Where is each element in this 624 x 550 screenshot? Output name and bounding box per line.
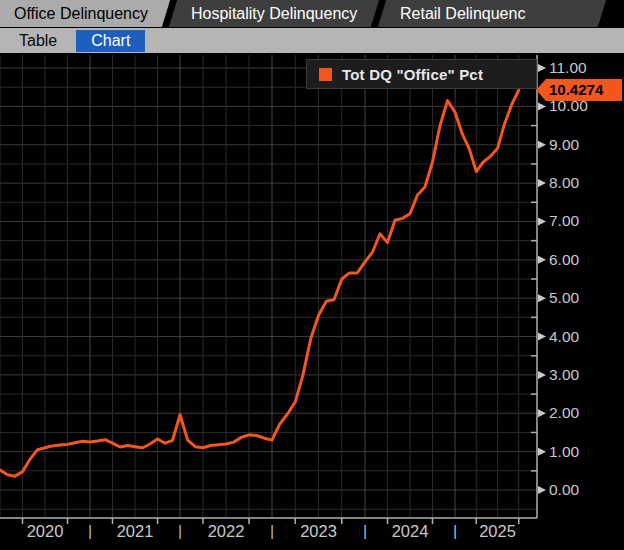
x-tick-label: 2022 bbox=[208, 522, 245, 540]
x-tick-label: 2020 bbox=[27, 522, 64, 540]
chart-view-button[interactable]: Chart bbox=[76, 30, 145, 52]
y-tick-label: 7.00 bbox=[549, 212, 580, 229]
tab-label: Office Delinquency bbox=[14, 0, 148, 27]
x-tick-label: 2024 bbox=[392, 522, 429, 540]
y-tick-arrow-icon bbox=[538, 179, 546, 187]
x-tick-label: 2025 bbox=[479, 522, 516, 540]
x-tick-separator: | bbox=[178, 523, 182, 539]
y-tick-label: 5.00 bbox=[549, 289, 580, 306]
tab-hospitality-delinquency[interactable]: Hospitality Delinquency bbox=[169, 0, 380, 27]
tab-retail-delinquency[interactable]: Retail Delinquenc bbox=[378, 0, 606, 27]
office-delinquency-window: Office Delinquency Hospitality Delinquen… bbox=[0, 0, 624, 550]
y-tick-arrow-icon bbox=[538, 294, 546, 302]
view-toggle-bar: Table Chart bbox=[0, 27, 624, 53]
legend-swatch-icon bbox=[319, 68, 332, 81]
chart-area: 0.001.002.003.004.005.006.007.008.009.00… bbox=[0, 53, 624, 550]
y-tick-arrow-icon bbox=[538, 409, 546, 417]
tab-office-delinquency[interactable]: Office Delinquency bbox=[0, 0, 170, 27]
x-tick-label: 2021 bbox=[117, 522, 154, 540]
series-line bbox=[0, 90, 519, 476]
legend-label: Tot DQ "Office" Pct bbox=[342, 66, 483, 83]
tab-label: Hospitality Delinquency bbox=[191, 0, 357, 27]
y-tick-arrow-icon bbox=[538, 64, 546, 72]
y-tick-arrow-icon bbox=[538, 141, 546, 149]
y-tick-label: 9.00 bbox=[549, 136, 580, 153]
x-tick-separator: | bbox=[363, 523, 367, 539]
y-tick-arrow-icon bbox=[538, 333, 546, 341]
y-tick-label: 8.00 bbox=[549, 174, 580, 191]
last-value-badge: 10.4274 bbox=[536, 79, 622, 101]
table-view-button[interactable]: Table bbox=[15, 31, 61, 51]
y-tick-arrow-icon bbox=[538, 486, 546, 494]
y-tick-arrow-icon bbox=[538, 102, 546, 110]
y-tick-arrow-icon bbox=[538, 448, 546, 456]
tab-bar: Office Delinquency Hospitality Delinquen… bbox=[0, 0, 624, 27]
y-tick-label: 4.00 bbox=[549, 328, 580, 345]
y-tick-label: 11.00 bbox=[549, 59, 587, 76]
y-tick-label: 1.00 bbox=[549, 443, 580, 460]
legend-box[interactable]: Tot DQ "Office" Pct bbox=[306, 59, 537, 89]
x-tick-label: 2023 bbox=[300, 522, 337, 540]
x-tick-separator: | bbox=[453, 523, 457, 539]
y-tick-label: 6.00 bbox=[549, 251, 580, 268]
y-tick-arrow-icon bbox=[538, 217, 546, 225]
y-tick-label: 3.00 bbox=[549, 366, 580, 383]
x-tick-separator: | bbox=[270, 523, 274, 539]
y-tick-arrow-icon bbox=[538, 371, 546, 379]
x-tick-separator: | bbox=[88, 523, 92, 539]
tab-label: Retail Delinquenc bbox=[400, 0, 525, 27]
delinquency-line-chart: 0.001.002.003.004.005.006.007.008.009.00… bbox=[0, 53, 624, 550]
y-tick-arrow-icon bbox=[538, 256, 546, 264]
y-tick-label: 2.00 bbox=[549, 404, 580, 421]
y-tick-label: 0.00 bbox=[549, 481, 580, 498]
